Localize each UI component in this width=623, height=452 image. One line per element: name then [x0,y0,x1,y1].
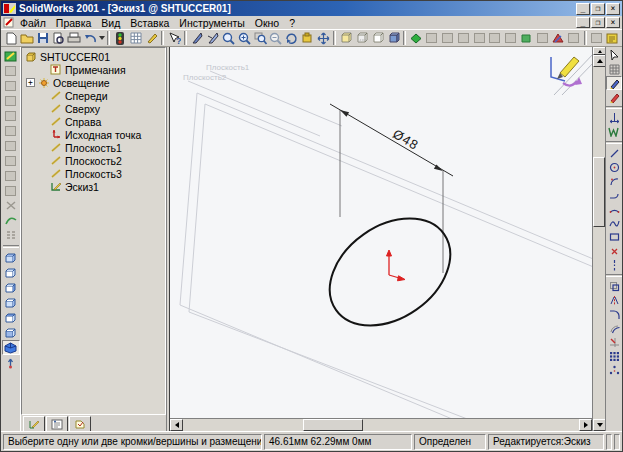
pattern-tool-button[interactable] [2,198,20,213]
graphics-viewport[interactable]: Плоскость1 Плоскость2 Ø48 [170,47,592,418]
menu-window[interactable]: Окно [250,17,284,29]
select-tool-button[interactable] [189,31,205,46]
vertical-scroll-track[interactable] [593,67,605,419]
tree-item-origin[interactable]: Исходная точка [24,128,165,141]
3d-sketch-button[interactable] [606,90,622,104]
sketch-document-icon[interactable] [3,14,15,32]
tangent-arc-button[interactable] [606,188,622,202]
tree-item-plane3[interactable]: Плоскость3 [24,167,165,180]
circle-button[interactable] [606,160,622,174]
tree-item-top-plane[interactable]: Сверху [24,102,165,115]
undo-button[interactable] [82,31,98,46]
rotate-view-button[interactable] [284,31,300,46]
tab-property-manager[interactable] [46,416,68,431]
spline-button[interactable] [606,216,622,230]
menu-view[interactable]: Вид [96,17,125,29]
linear-pattern-button[interactable] [606,349,622,363]
grid-settings-button[interactable] [128,31,144,46]
rectangle-button[interactable] [606,230,622,244]
menu-edit[interactable]: Правка [51,17,96,29]
mirror-button[interactable] [606,293,622,307]
rib-button[interactable] [503,31,519,46]
fillet-feature-button[interactable] [471,31,487,46]
grid-button[interactable] [606,62,622,76]
zoom-to-fit-button[interactable] [221,31,237,46]
resize-grip[interactable] [614,434,620,450]
top-view-button[interactable] [2,310,20,325]
titlebar[interactable]: SolidWorks 2001 - [Эскиз1 @ SHTUCCER01] … [1,1,622,16]
child-minimize-button[interactable]: _ [576,17,590,28]
close-button[interactable]: × [606,3,620,15]
mirror-tool-button[interactable] [2,183,20,198]
hidden-lines-visible-button[interactable] [354,31,370,46]
tab-feature-manager[interactable] [23,416,45,431]
shaded-view-button[interactable] [385,31,401,46]
child-close-button[interactable]: × [606,17,620,28]
pan-button[interactable] [315,31,331,46]
chamfer-tool-button[interactable] [2,153,20,168]
zoom-out-button[interactable] [268,31,284,46]
tree-item-part-root[interactable]: SHTUCCER01 [24,50,165,63]
cut-tool-button[interactable] [2,93,20,108]
hole-wizard-button[interactable] [550,31,566,46]
front-view-button[interactable] [2,250,20,265]
hidden-lines-removed-button[interactable] [370,31,386,46]
shell-tool-button[interactable] [2,168,20,183]
line-button[interactable] [606,146,622,160]
centerpoint-arc-button[interactable] [606,174,622,188]
menu-file[interactable]: Файл [15,17,51,29]
fillet-button[interactable] [606,307,622,321]
reference-geometry-button[interactable] [2,228,20,243]
left-view-button[interactable] [2,280,20,295]
select-arrow-button[interactable] [606,48,622,62]
fillet-tool-button[interactable] [2,138,20,153]
extrude-tool-button[interactable] [2,63,20,78]
extrude-boss-button[interactable] [408,31,424,46]
bottom-view-button[interactable] [2,325,20,340]
vertical-scroll-thumb[interactable] [593,157,605,227]
menu-insert[interactable]: Вставка [125,17,174,29]
zoom-to-selection-button[interactable] [299,31,315,46]
new-document-button[interactable] [3,31,19,46]
menu-tools[interactable]: Инструменты [174,17,249,29]
shell-button[interactable] [518,31,534,46]
point-button[interactable] [606,244,622,258]
measure-button[interactable] [589,31,605,46]
plane2-label[interactable]: Плоскость2 [183,73,226,82]
tree-item-front-plane[interactable]: Спереди [24,89,165,102]
add-relation-button[interactable] [606,125,622,139]
horizontal-scroll-thumb[interactable] [303,419,363,431]
revolve-tool-button[interactable] [2,78,20,93]
graphics-area[interactable]: Плоскость1 Плоскость2 Ø48 [170,47,592,431]
tree-item-plane2[interactable]: Плоскость2 [24,154,165,167]
dimension-button[interactable] [606,111,622,125]
plane1-label[interactable]: Плоскость1 [206,63,249,72]
curve-tool-button[interactable] [2,213,20,228]
zoom-in-button[interactable] [236,31,252,46]
tree-item-annotations[interactable]: Примечания [24,63,165,76]
tab-configuration-manager[interactable] [69,416,91,431]
scroll-left-button[interactable] [170,419,183,431]
trim-button[interactable] [606,335,622,349]
tree-item-sketch1[interactable]: Эскиз1 [24,180,165,193]
print-preview-button[interactable] [51,31,67,46]
undo-dropdown-arrow[interactable] [98,31,105,46]
tree-item-right-plane[interactable]: Справа [24,115,165,128]
offset-button[interactable] [606,321,622,335]
annotation-note-button[interactable] [604,31,620,46]
sketch-color-button[interactable] [144,31,160,46]
revolve-boss-button[interactable] [424,31,440,46]
dome-button[interactable] [566,31,582,46]
tree-item-lighting[interactable]: + Освещение [24,76,165,89]
extruded-cut-button[interactable] [440,31,456,46]
horizontal-scrollbar[interactable] [170,418,592,431]
sketch-button[interactable] [606,76,622,90]
right-view-button[interactable] [2,295,20,310]
tree-item-plane1[interactable]: Плоскость1 [24,141,165,154]
sketch-tool-button[interactable] [2,48,20,63]
chamfer-button[interactable] [487,31,503,46]
normal-to-view-button[interactable] [2,355,20,370]
zoom-to-area-button[interactable] [252,31,268,46]
circular-pattern-button[interactable] [606,363,622,377]
revolved-cut-button[interactable] [455,31,471,46]
